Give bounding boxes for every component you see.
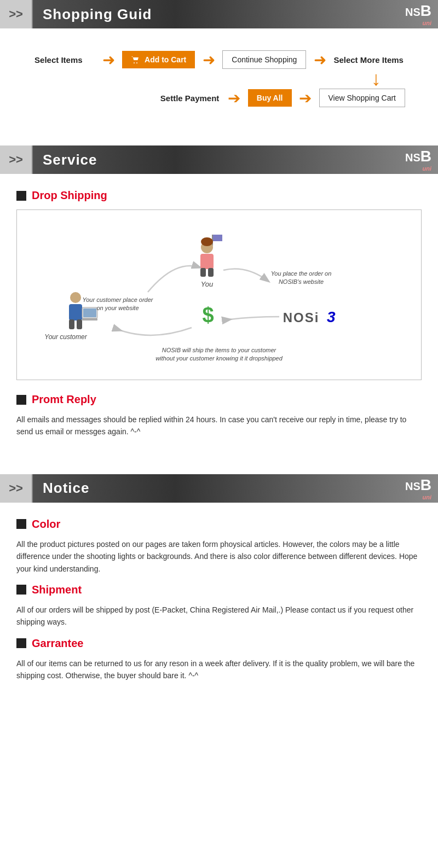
svg-rect-9 (212, 235, 222, 241)
notice-header: >> Notice NSB uni (0, 474, 438, 503)
gap-2 (0, 458, 438, 474)
color-heading: Color (32, 518, 60, 531)
notice-logo-b: B (420, 476, 431, 493)
shipment-heading-row: Shipment (16, 584, 422, 596)
flow-row-2: Settle Payment ➔ Buy All ➔ View Shopping… (16, 89, 422, 107)
prompt-reply-body: All emails and messages should be replie… (16, 413, 422, 438)
shipment-body: All of our orders will be shipped by pos… (16, 604, 422, 628)
logo-uni: uni (405, 19, 431, 26)
nosib-logo-text: NOSi (283, 310, 320, 325)
nosib-3: 3 (327, 308, 336, 325)
dollar-sign: $ (202, 304, 214, 327)
svg-rect-15 (208, 268, 214, 277)
color-heading-row: Color (16, 518, 422, 531)
shopping-guide-chevrons: >> (0, 0, 33, 28)
drop-shipping-heading-row: Drop Shipping (16, 189, 422, 202)
svg-rect-5 (77, 319, 82, 329)
svg-rect-14 (200, 268, 206, 277)
garrantee-heading: Garrantee (32, 637, 84, 650)
service-logo-uni: uni (405, 165, 431, 171)
arrow-5: ➔ (292, 90, 319, 106)
down-arrow-row: ↓ (16, 69, 422, 89)
buy-all-label: Buy All (257, 94, 283, 102)
customer-order-text2: on your website (96, 305, 139, 311)
select-more-items-label: Select More Items (333, 55, 404, 65)
service-section: Drop Shipping Your customer Your (0, 174, 438, 458)
drop-shipping-square (16, 191, 26, 201)
notice-logo-uni: uni (405, 493, 431, 500)
shopping-guide-header: >> Shopping Guid NSB uni (0, 0, 438, 28)
svg-point-0 (134, 62, 135, 63)
logo-ns: NS (405, 6, 420, 18)
buy-all-button[interactable]: Buy All (248, 89, 292, 107)
view-shopping-cart-label: View Shopping Cart (328, 94, 396, 102)
nosib-ships-text1: NOSIB will ship the items to your custom… (162, 347, 277, 353)
svg-rect-7 (82, 318, 97, 321)
shipment-square (16, 585, 26, 595)
select-items-label: Select Items (34, 55, 95, 65)
continue-shopping-label: Continue Shopping (232, 55, 297, 64)
shopping-guide-logo: NSB uni (405, 3, 431, 26)
arrow-4: ➔ (221, 90, 248, 106)
shipment-heading: Shipment (32, 584, 82, 596)
continue-shopping-button[interactable]: Continue Shopping (222, 50, 306, 69)
your-customer-label: Your customer (44, 333, 87, 341)
shopping-guide-section: Select Items ➜ Add to Cart ➜ Continue Sh… (0, 28, 438, 129)
dropship-diagram-box: Your customer Your customer place order … (16, 209, 422, 380)
service-logo-ns: NS (405, 152, 420, 164)
flow-diagram: Select Items ➜ Add to Cart ➜ Continue Sh… (16, 45, 422, 113)
notice-logo: NSB uni (405, 476, 431, 500)
gap-1 (0, 129, 438, 145)
settle-payment-label: Settle Payment (160, 94, 221, 103)
arrow-3: ➜ (306, 52, 333, 67)
svg-point-1 (136, 62, 137, 63)
service-chevrons: >> (0, 145, 33, 174)
place-order-text2: NOSIB's website (279, 278, 324, 285)
place-order-text1: You place the order on (271, 270, 332, 277)
color-body: All the product pictures posted on our p… (16, 538, 422, 575)
drop-shipping-heading: Drop Shipping (32, 189, 107, 202)
view-shopping-cart-button[interactable]: View Shopping Cart (319, 89, 405, 107)
you-figure (200, 235, 222, 277)
prompt-reply-heading-row: Promt Reply (16, 393, 422, 406)
color-square (16, 519, 26, 529)
svg-rect-13 (200, 254, 214, 269)
garrantee-heading-row: Garrantee (16, 637, 422, 650)
garrantee-body: All of our items can be returned to us f… (16, 657, 422, 682)
shopping-guide-title: Shopping Guid (33, 6, 152, 23)
svg-rect-8 (83, 308, 96, 317)
notice-title: Notice (33, 480, 89, 497)
arrow-2: ➜ (195, 52, 222, 67)
flow-row-1: Select Items ➜ Add to Cart ➜ Continue Sh… (34, 50, 404, 69)
add-to-cart-label: Add to Cart (145, 55, 186, 64)
customer-order-text1: Your customer place order (82, 296, 153, 303)
notice-logo-ns: NS (405, 480, 420, 492)
svg-rect-3 (69, 304, 82, 321)
nosib-ships-text2: without your customer knowing it it drop… (155, 355, 283, 362)
add-to-cart-button[interactable]: Add to Cart (122, 51, 195, 68)
arrow-1: ➜ (95, 52, 122, 67)
garrantee-square (16, 638, 26, 648)
svg-point-2 (70, 292, 81, 303)
prompt-reply-square (16, 395, 26, 405)
notice-chevrons: >> (0, 474, 33, 503)
service-logo: NSB uni (405, 148, 431, 172)
down-arrow: ↓ (371, 69, 381, 89)
logo-b: B (420, 2, 431, 19)
svg-point-12 (201, 237, 213, 246)
prompt-reply-heading: Promt Reply (32, 393, 96, 406)
dropship-diagram-svg: Your customer Your customer place order … (33, 221, 405, 369)
notice-section: Color All the product pictures posted on… (0, 503, 438, 707)
service-logo-b: B (420, 148, 431, 165)
service-title: Service (33, 152, 97, 168)
you-label: You (201, 280, 213, 288)
svg-rect-4 (69, 319, 74, 329)
service-header: >> Service NSB uni (0, 145, 438, 174)
